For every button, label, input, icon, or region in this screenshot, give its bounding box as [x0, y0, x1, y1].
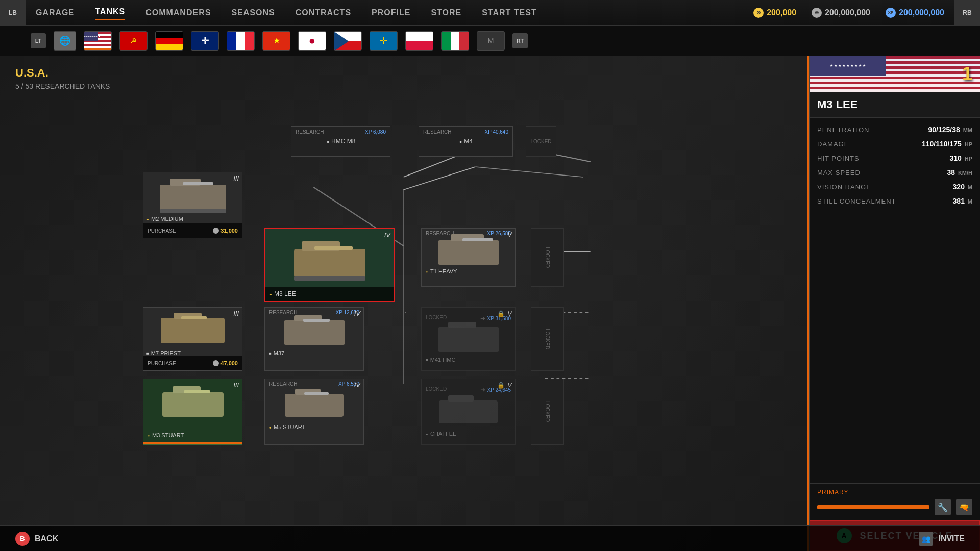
m2-img — [143, 183, 242, 212]
concealment-label: STILL CONCEALMENT — [817, 197, 896, 205]
stat-vision-row: VISION RANGE 320 M — [817, 183, 972, 191]
nation-uk[interactable]: ✛ — [191, 31, 219, 51]
hp-label: HIT POINTS — [817, 155, 860, 162]
penetration-value: 90/125/38 MM — [928, 126, 972, 134]
primary-label: PRIMARY — [817, 489, 972, 496]
svg-line-11 — [475, 167, 583, 177]
nation-unknown[interactable]: 🌐 — [54, 31, 76, 51]
m5-tier: IV — [354, 381, 360, 389]
nav-contracts[interactable]: CONTRACTS — [296, 6, 351, 20]
nation-sweden[interactable]: ✛ — [370, 31, 398, 51]
m7-name-bar: ■ M7 PRIEST — [143, 350, 242, 356]
nav-store[interactable]: STORE — [431, 6, 461, 20]
tech-tree-panel: U.S.A. 5 / 53 RESEARCHED TANKS — [0, 56, 807, 551]
m4-action-label: RESEARCH — [423, 129, 452, 135]
b-button: B — [15, 532, 30, 546]
m5-img — [265, 389, 363, 422]
nation-usa[interactable]: ★★★★★★★★★ — [84, 31, 112, 51]
m3-stuart-img — [143, 382, 242, 428]
vision-label: VISION RANGE — [817, 183, 871, 191]
stats-list: PENETRATION 90/125/38 MM DAMAGE 110/110/… — [810, 118, 980, 483]
m3-stuart-card[interactable]: III ⬥ M3 STUART — [143, 379, 242, 445]
m2-tier: III — [233, 174, 239, 182]
lt-badge[interactable]: LT — [31, 33, 46, 48]
speed-value: 38 KM/H — [947, 168, 972, 177]
t1-heavy-img — [422, 238, 515, 266]
concealment-numbers: 381 — [953, 197, 965, 205]
weapon-icon-1[interactable]: 🔧 — [935, 499, 951, 515]
hmc-m8-action-label: RESEARCH — [296, 129, 324, 135]
t1-heavy-name-bar: ⬥ T1 HEAVY — [422, 266, 515, 277]
weapon-icon-2[interactable]: 🔫 — [956, 499, 972, 515]
m3-lee-card[interactable]: IV ⬥ M3 LEE — [264, 228, 395, 302]
m37-img — [265, 317, 363, 348]
nav-commanders[interactable]: COMMANDERS — [145, 6, 211, 20]
damage-numbers: 110/110/175 — [922, 140, 962, 148]
silver-amount: 200,000,000 — [825, 8, 870, 17]
nav-profile[interactable]: PROFILE — [372, 6, 410, 20]
nav-start-test[interactable]: START TEST — [482, 6, 536, 20]
nation-mystery[interactable]: M — [477, 31, 505, 51]
invite-button[interactable]: 👥 INVITE — [919, 532, 965, 546]
penetration-unit: MM — [963, 127, 972, 133]
vision-value: 320 M — [953, 183, 972, 191]
m2-medium-card[interactable]: III ⬥ M2 MEDIUM PURCHASE — [143, 172, 242, 238]
rt-badge[interactable]: RT — [512, 33, 528, 48]
speed-numbers: 38 — [947, 168, 955, 177]
nation-china[interactable]: ★ — [262, 31, 290, 51]
nation-italy[interactable] — [441, 31, 469, 51]
silver-icon: ⊕ — [812, 8, 822, 18]
nation-germany[interactable] — [155, 31, 183, 51]
xp-icon: XP — [886, 8, 896, 18]
m5-stuart-card[interactable]: IV RESEARCH XP 6,530 ⬥ M5 STUART — [264, 379, 364, 445]
m37-card[interactable]: IV RESEARCH XP 12,650 ■ M37 — [264, 307, 364, 371]
invite-icon: 👥 — [919, 532, 933, 546]
m7-tier: III — [233, 310, 239, 317]
m2-action-bar: PURCHASE 31,000 — [143, 223, 242, 238]
back-button[interactable]: B BACK — [15, 532, 58, 546]
gold-currency: ⊙ 200,000 — [753, 8, 796, 18]
m3-lee-name-bar: ⬥ M3 LEE — [265, 287, 394, 301]
m4-name: ⬥ M4 — [423, 138, 508, 145]
bottom-locked: LOCKED — [531, 379, 564, 445]
nav-seasons[interactable]: SEASONS — [231, 6, 275, 20]
stat-penetration-row: PENETRATION 90/125/38 MM — [817, 126, 972, 134]
tank-flag-header: ★★★ ★★★ ★★★ 1 — [810, 56, 980, 92]
m7-cost: 47,000 — [213, 360, 238, 366]
nation-japan[interactable]: ● — [298, 31, 326, 51]
primary-bar — [817, 505, 929, 509]
hmc-m8-research-node[interactable]: RESEARCH XP 6,080 ⬥ HMC M8 — [291, 126, 390, 157]
nation-france[interactable] — [227, 31, 255, 51]
chaffee-card[interactable]: 🔒 V LOCKED ➜XP 24,645 ⬥ CHAFFEE — [421, 379, 516, 445]
speed-unit: KM/H — [958, 170, 972, 176]
m4-research-node[interactable]: RESEARCH XP 40,640 ⬥ M4 — [419, 126, 513, 157]
m41-name: M41 HMC — [430, 357, 456, 363]
currency-display: ⊙ 200,000 ⊕ 200,000,000 XP 200,000,000 — [753, 8, 954, 18]
m7-priest-card[interactable]: III ■ M7 PRIEST PURCHASE 47,000 — [143, 307, 242, 371]
t1-heavy-card[interactable]: V RESEARCH XP 26,585 ⬥ T1 HEAVY — [421, 228, 516, 287]
rb-button[interactable]: RB — [954, 0, 980, 26]
m41-hmc-card[interactable]: 🔒 V LOCKED ➜XP 31,580 ■ M41 HMC — [421, 307, 516, 371]
m7-img — [143, 313, 242, 348]
mid-locked-2: LOCKED — [531, 307, 564, 371]
nation-poland[interactable] — [405, 31, 433, 51]
vision-numbers: 320 — [953, 183, 965, 191]
damage-value: 110/110/175 HP — [922, 140, 972, 148]
m3-stuart-name: M3 STUART — [152, 432, 184, 438]
chaffee-name-bar: ⬥ CHAFFEE — [422, 429, 515, 439]
nav-garage[interactable]: GARAGE — [36, 6, 75, 20]
tank-tier-number: 1 — [962, 63, 972, 85]
stat-speed-row: MAX SPEED 38 KM/H — [817, 168, 972, 177]
chaffee-img — [422, 395, 515, 429]
hmc-m8-xp: XP 6,080 — [365, 129, 386, 135]
nation-czech[interactable] — [334, 31, 362, 51]
xp-amount: 200,000,000 — [899, 8, 944, 17]
nation-ussr[interactable]: ☭ — [119, 31, 148, 51]
penetration-numbers: 90/125/38 — [928, 126, 960, 134]
damage-label: DAMAGE — [817, 140, 849, 148]
back-label: BACK — [35, 534, 58, 543]
nav-tanks[interactable]: TANKS — [95, 5, 125, 20]
usa-flag-canton: ★★★ ★★★ ★★★ — [810, 56, 886, 76]
vision-unit: M — [968, 184, 972, 190]
lb-button[interactable]: LB — [0, 0, 26, 26]
